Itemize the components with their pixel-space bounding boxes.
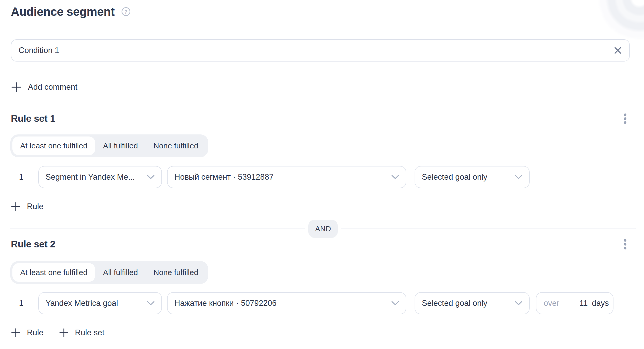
rule-set-1-title: Rule set 1 (11, 113, 55, 124)
rule-type-value: Segment in Yandex Me... (46, 172, 135, 182)
rule-type-value: Yandex Metrica goal (46, 299, 118, 308)
condition-name-input[interactable] (11, 40, 612, 61)
tab-all-fulfilled[interactable]: All fulfilled (95, 263, 146, 282)
rule-set-1-menu-button[interactable] (620, 113, 630, 125)
rule-set-2-actions: Rule Rule set (11, 328, 104, 338)
rule-set-1-header: Rule set 1 (11, 113, 630, 125)
kebab-dot (624, 121, 626, 124)
rule-type-select[interactable]: Yandex Metrica goal (38, 292, 162, 314)
rule-set-1-match-switcher: At least one fulfilled All fulfilled Non… (10, 134, 208, 157)
segment-select-value: Новый сегмент · 53912887 (174, 172, 274, 182)
plus-icon (59, 328, 69, 338)
segment-select[interactable]: Новый сегмент · 53912887 (167, 166, 406, 188)
plus-icon (11, 82, 22, 93)
rule-set-1-rule-row: 1 Segment in Yandex Me... Новый сегмент … (11, 166, 530, 188)
chevron-down-icon (391, 301, 399, 306)
tab-all-fulfilled[interactable]: All fulfilled (95, 136, 146, 155)
page-header: Audience segment ? (11, 5, 131, 19)
add-comment-label: Add comment (28, 82, 77, 92)
divider-line (341, 229, 636, 229)
kebab-dot (624, 117, 626, 120)
add-rule-label: Rule (27, 202, 43, 211)
goal-mode-value: Selected goal only (422, 172, 487, 182)
chevron-down-icon (515, 175, 522, 179)
help-glyph: ? (124, 9, 128, 15)
goal-mode-select[interactable]: Selected goal only (415, 166, 530, 188)
kebab-dot (624, 239, 626, 242)
page-title: Audience segment (11, 5, 115, 19)
rule-set-2-title: Rule set 2 (11, 239, 55, 250)
rule-index: 1 (11, 172, 32, 182)
rule-index: 1 (11, 299, 32, 308)
add-rule-button[interactable]: Rule (11, 328, 43, 338)
rule-set-2-match-switcher: At least one fulfilled All fulfilled Non… (10, 261, 208, 284)
add-comment-button[interactable]: Add comment (11, 82, 77, 93)
rule-set-2-rule-row: 1 Yandex Metrica goal Нажатие кнопки · 5… (11, 292, 613, 314)
close-icon (613, 46, 622, 55)
rule-set-2-header: Rule set 2 (11, 238, 630, 250)
condition-name-field (11, 39, 630, 62)
add-rule-button[interactable]: Rule (11, 202, 43, 211)
divider-line (10, 229, 305, 229)
rule-set-2-menu-button[interactable] (620, 238, 630, 250)
plus-icon (11, 328, 21, 338)
chevron-down-icon (515, 301, 522, 306)
period-prefix-label: over (544, 299, 571, 308)
kebab-dot (624, 243, 626, 246)
chevron-down-icon (147, 175, 155, 179)
chevron-down-icon (391, 175, 399, 179)
goal-select-value: Нажатие кнопки · 50792206 (174, 299, 276, 308)
kebab-dot (624, 113, 626, 116)
add-rule-set-button[interactable]: Rule set (59, 328, 104, 338)
kebab-dot (624, 247, 626, 249)
add-rule-set-label: Rule set (75, 328, 104, 337)
period-field[interactable]: over days (536, 292, 613, 314)
plus-icon (11, 202, 21, 211)
tab-at-least-one-fulfilled[interactable]: At least one fulfilled (12, 263, 95, 282)
goal-mode-select[interactable]: Selected goal only (415, 292, 530, 314)
clear-input-button[interactable] (612, 45, 624, 56)
period-days-input[interactable] (571, 299, 588, 308)
and-operator-badge: AND (308, 220, 338, 238)
goal-mode-value: Selected goal only (422, 299, 487, 308)
period-suffix-label: days (592, 299, 609, 308)
add-rule-label: Rule (27, 328, 43, 337)
rule-type-select[interactable]: Segment in Yandex Me... (38, 166, 162, 188)
chevron-down-icon (147, 301, 155, 306)
tab-none-fulfilled[interactable]: None fulfilled (146, 136, 206, 155)
help-icon[interactable]: ? (121, 7, 131, 16)
rule-set-divider: AND (10, 219, 636, 238)
tab-none-fulfilled[interactable]: None fulfilled (146, 263, 206, 282)
tab-at-least-one-fulfilled[interactable]: At least one fulfilled (12, 136, 95, 155)
goal-select[interactable]: Нажатие кнопки · 50792206 (167, 292, 406, 314)
